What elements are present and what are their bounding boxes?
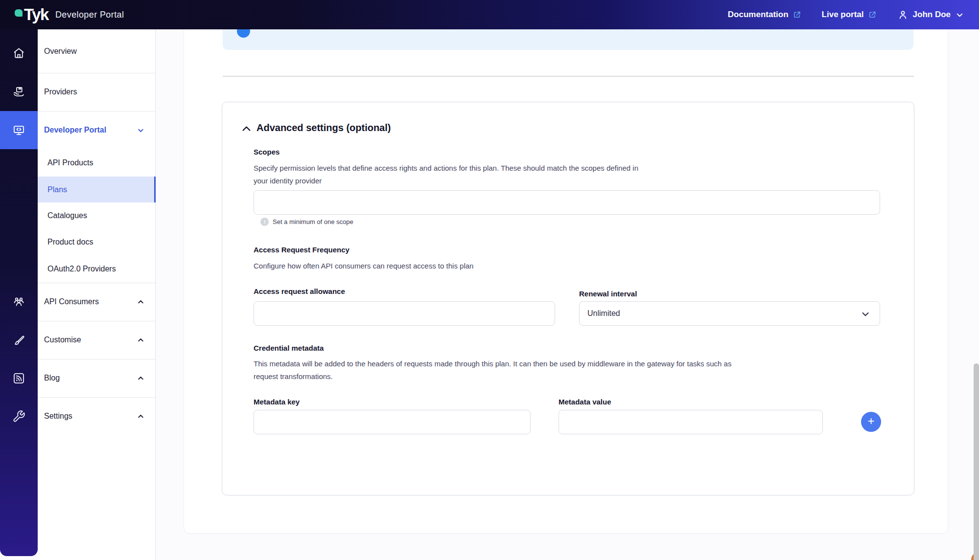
sidebar-item-api-consumers[interactable]: API Consumers: [38, 283, 156, 321]
metadata-value-label: Metadata value: [559, 398, 611, 406]
info-icon: !: [260, 218, 269, 226]
sidebar-item-label: Developer Portal: [44, 126, 106, 134]
sidebar: Overview Providers Developer Portal API …: [38, 29, 156, 560]
sidebar-item-blog[interactable]: Blog: [38, 359, 156, 397]
live-portal-label: Live portal: [822, 10, 864, 20]
external-link-icon: [793, 10, 801, 19]
card-title: Advanced settings (optional): [256, 122, 391, 134]
metadata-key-label: Metadata key: [254, 398, 300, 406]
sidebar-item-label: API Consumers: [44, 297, 99, 306]
sidebar-item-label: Settings: [44, 412, 72, 421]
rail-home-icon[interactable]: [0, 34, 38, 72]
sidebar-item-label: API Products: [47, 158, 93, 167]
chevron-up-icon: [137, 336, 145, 344]
chevron-up-icon: [137, 412, 145, 421]
info-banner: [223, 29, 913, 50]
external-link-icon: [868, 10, 877, 19]
renewal-interval-label: Renewal interval: [579, 290, 637, 298]
sidebar-item-label: Providers: [44, 88, 77, 96]
top-header: Tyk Developer Portal Documentation Live …: [0, 0, 979, 29]
rail-providers-icon[interactable]: [0, 73, 38, 111]
scopes-input[interactable]: [254, 190, 880, 215]
rail-settings-icon[interactable]: [0, 397, 38, 435]
chevron-down-icon: [860, 309, 871, 319]
logo-subtitle: Developer Portal: [55, 10, 124, 20]
sidebar-item-label: Product docs: [47, 238, 93, 246]
add-metadata-button[interactable]: +: [861, 412, 881, 432]
scopes-description-line1: Specify permission levels that define ac…: [254, 162, 638, 175]
sidebar-item-customise[interactable]: Customise: [38, 321, 156, 359]
credential-metadata-description-line1: This metadata will be added to the heade…: [254, 358, 731, 370]
sidebar-item-label: Catalogues: [47, 211, 87, 220]
chevron-up-icon: [137, 298, 145, 306]
sidebar-item-label: Overview: [44, 47, 77, 56]
allowance-input[interactable]: [254, 301, 555, 326]
chevron-up-icon: [137, 374, 145, 382]
live-portal-link[interactable]: Live portal: [822, 10, 877, 20]
info-banner-icon: [237, 29, 250, 38]
scrollbar-thumb[interactable]: [974, 363, 979, 560]
chevron-down-icon: [137, 126, 145, 134]
user-name: John Doe: [913, 10, 951, 20]
sidebar-item-providers[interactable]: Providers: [38, 73, 156, 111]
rail-developer-portal-icon[interactable]: [0, 111, 38, 149]
advanced-settings-card: Advanced settings (optional) Scopes Spec…: [222, 102, 914, 495]
sidebar-item-label: OAuth2.0 Providers: [47, 265, 116, 273]
renewal-interval-select[interactable]: Unlimited: [579, 301, 880, 326]
user-icon: [897, 9, 909, 21]
credential-metadata-description: This metadata will be added to the heade…: [254, 358, 731, 383]
sidebar-item-label: Blog: [44, 374, 60, 382]
scopes-label: Scopes: [254, 148, 280, 156]
section-divider: [223, 76, 914, 77]
scopes-description: Specify permission levels that define ac…: [254, 162, 638, 187]
frequency-label: Access Request Frequency: [254, 246, 350, 254]
sidebar-item-product-docs[interactable]: Product docs: [38, 229, 156, 255]
sidebar-item-oauth2-providers[interactable]: OAuth2.0 Providers: [38, 255, 156, 283]
sidebar-item-plans[interactable]: Plans: [38, 177, 156, 202]
header-nav: Documentation Live portal John Doe: [728, 0, 964, 29]
metadata-key-input[interactable]: [254, 410, 531, 434]
tyk-logo-text: Tyk: [24, 5, 48, 24]
sidebar-item-api-products[interactable]: API Products: [38, 149, 156, 177]
tyk-logo-mark-icon: [15, 9, 23, 17]
allowance-label: Access request allowance: [254, 287, 345, 295]
renewal-interval-value: Unlimited: [587, 309, 620, 318]
documentation-link[interactable]: Documentation: [728, 10, 801, 20]
sidebar-item-label: Plans: [47, 185, 67, 194]
scopes-hint-text: Set a minimum of one scope: [273, 218, 353, 225]
sidebar-item-label: Customise: [44, 336, 81, 344]
icon-rail: [0, 29, 38, 556]
sidebar-item-catalogues[interactable]: Catalogues: [38, 202, 156, 229]
frequency-description: Configure how often API consumers can re…: [254, 260, 473, 272]
scopes-description-line2: your identity provider: [254, 175, 638, 187]
collapse-section-icon[interactable]: [241, 123, 252, 134]
credential-metadata-description-line2: request transformations.: [254, 370, 731, 383]
user-menu[interactable]: John Doe: [897, 9, 964, 21]
rail-api-consumers-icon[interactable]: [0, 283, 38, 321]
sidebar-item-overview[interactable]: Overview: [38, 29, 156, 73]
sidebar-item-settings[interactable]: Settings: [38, 397, 156, 435]
credential-metadata-label: Credential metadata: [254, 344, 324, 352]
scopes-hint: ! Set a minimum of one scope: [260, 218, 353, 226]
rail-blog-icon[interactable]: [0, 359, 38, 397]
chevron-down-icon: [955, 10, 964, 20]
metadata-value-input[interactable]: [559, 410, 823, 434]
rail-customise-icon[interactable]: [0, 321, 38, 359]
tyk-logo[interactable]: Tyk Developer Portal: [15, 0, 124, 29]
documentation-label: Documentation: [728, 10, 789, 20]
sidebar-item-developer-portal[interactable]: Developer Portal: [38, 111, 156, 149]
